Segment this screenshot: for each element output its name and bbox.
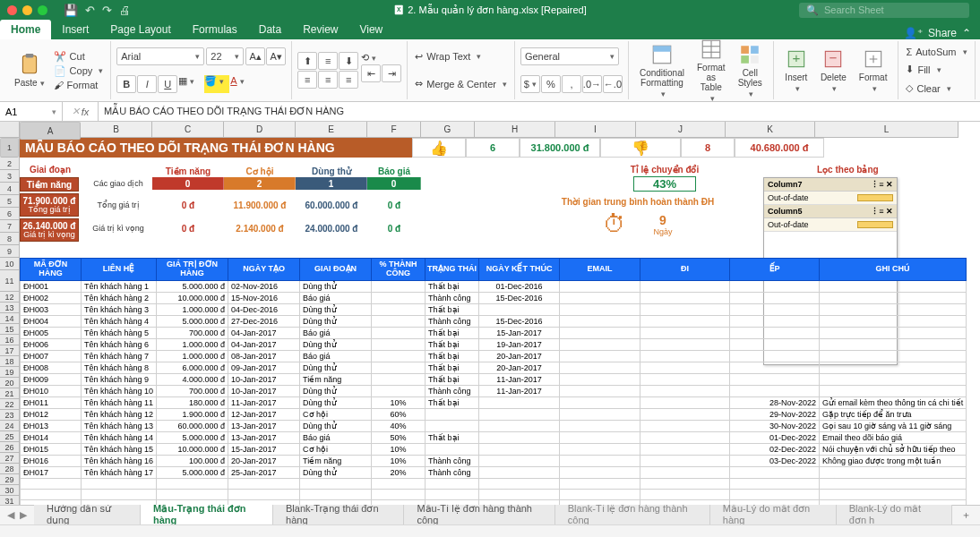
table-cell[interactable]: Thất bại	[426, 396, 479, 408]
row-header-14[interactable]: 14	[0, 313, 19, 324]
table-cell[interactable]: Gọi sau 10 giờ sáng và 11 giờ sáng	[820, 420, 967, 431]
row-header-10[interactable]: 10	[0, 258, 19, 270]
table-row[interactable]: ĐH005Tên khách hàng 5700.000 đ04-Jan-201…	[21, 327, 967, 338]
table-cell[interactable]	[560, 408, 640, 420]
column-header-K[interactable]: K	[726, 122, 815, 137]
table-cell[interactable]	[640, 373, 730, 385]
table-cell[interactable]: 10-Jan-2017	[228, 385, 300, 396]
table-row[interactable]: ĐH004Tên khách hàng 45.000.000 đ27-Dec-2…	[21, 315, 967, 327]
table-cell[interactable]: ĐH011	[21, 396, 82, 408]
table-row[interactable]: ĐH014Tên khách hàng 145.000.000 đ13-Jan-…	[21, 431, 967, 443]
column-header-I[interactable]: I	[555, 122, 636, 137]
table-cell[interactable]	[560, 385, 640, 396]
table-cell[interactable]	[372, 292, 426, 303]
increase-decimal-button[interactable]: .0→	[582, 75, 602, 93]
table-cell[interactable]: Thành công	[426, 385, 479, 396]
row-header-27[interactable]: 27	[0, 453, 19, 464]
table-cell[interactable]	[640, 327, 730, 338]
cell-styles-button[interactable]: Cell Styles	[733, 41, 768, 100]
table-cell[interactable]	[82, 499, 157, 505]
slicer-controls-icon-2[interactable]: ⋮≡ ✕	[871, 207, 893, 216]
table-cell[interactable]	[479, 420, 560, 431]
table-cell[interactable]	[479, 455, 560, 466]
bold-button[interactable]: B	[116, 75, 136, 93]
table-cell[interactable]: Email theo dõi báo giá	[820, 431, 967, 443]
table-cell[interactable]	[372, 315, 426, 327]
merge-center-button[interactable]: ⇔Merge & Center	[413, 77, 509, 90]
table-cell[interactable]	[820, 327, 967, 338]
table-cell[interactable]: Không giao được trong một tuần	[820, 455, 967, 466]
table-cell[interactable]	[479, 303, 560, 315]
share-button[interactable]: Share	[928, 27, 957, 39]
table-header[interactable]: MÃ ĐƠN HÀNG	[21, 259, 82, 281]
table-cell[interactable]	[300, 489, 372, 499]
table-cell[interactable]: ĐH007	[21, 350, 82, 362]
format-painter-button[interactable]: 🖌Format	[52, 79, 106, 91]
table-cell[interactable]	[640, 478, 730, 489]
table-cell[interactable]	[479, 499, 560, 505]
tab-home[interactable]: Home	[0, 20, 51, 39]
italic-button[interactable]: I	[137, 75, 157, 93]
decrease-decimal-button[interactable]: ←.0	[603, 75, 623, 93]
table-cell[interactable]: Báo giá	[300, 292, 372, 303]
row-header-18[interactable]: 18	[0, 356, 19, 367]
select-all-corner[interactable]	[0, 122, 20, 138]
table-cell[interactable]: ĐH010	[21, 385, 82, 396]
table-cell[interactable]	[640, 499, 730, 505]
paste-button[interactable]: Paste	[9, 51, 50, 90]
table-cell[interactable]	[730, 350, 820, 362]
row-header-1[interactable]: 1	[0, 138, 19, 158]
table-cell[interactable]	[560, 303, 640, 315]
table-cell[interactable]: Tên khách hàng 16	[82, 455, 157, 466]
table-cell[interactable]	[560, 396, 640, 408]
table-cell[interactable]	[21, 478, 82, 489]
table-cell[interactable]: 40%	[372, 420, 426, 431]
table-header[interactable]: ẾP	[730, 259, 820, 281]
table-cell[interactable]	[640, 362, 730, 373]
table-cell[interactable]	[372, 385, 426, 396]
font-color-button[interactable]: A	[230, 75, 255, 93]
table-row[interactable]: ĐH001Tên khách hàng 15.000.000 đ02-Nov-2…	[21, 280, 967, 292]
table-cell[interactable]	[426, 478, 479, 489]
table-cell[interactable]	[82, 478, 157, 489]
table-cell[interactable]	[640, 408, 730, 420]
table-cell[interactable]	[640, 350, 730, 362]
table-cell[interactable]: ĐH009	[21, 373, 82, 385]
undo-icon[interactable]: ↶	[85, 4, 95, 17]
table-cell[interactable]	[479, 489, 560, 499]
row-header-9[interactable]: 9	[0, 245, 19, 258]
format-as-table-button[interactable]: Format as Table	[692, 36, 731, 105]
table-cell[interactable]: Dùng thử	[300, 338, 372, 350]
row-header-8[interactable]: 8	[0, 233, 19, 245]
border-button[interactable]: ▦	[178, 75, 203, 93]
table-cell[interactable]	[560, 350, 640, 362]
row-header-4[interactable]: 4	[0, 183, 19, 195]
table-cell[interactable]	[820, 499, 967, 505]
autosum-button[interactable]: ΣAutoSum	[904, 46, 968, 58]
table-cell[interactable]: ĐH008	[21, 362, 82, 373]
table-cell[interactable]	[372, 327, 426, 338]
table-cell[interactable]	[730, 303, 820, 315]
table-row[interactable]	[21, 499, 967, 505]
table-header[interactable]: LIÊN HỆ	[82, 259, 157, 281]
save-icon[interactable]: 💾	[64, 4, 78, 17]
table-cell[interactable]	[640, 466, 730, 478]
table-cell[interactable]	[560, 466, 640, 478]
table-cell[interactable]: 1.900.000 đ	[157, 408, 228, 420]
row-header-5[interactable]: 5	[0, 195, 19, 208]
column-header-C[interactable]: C	[152, 122, 224, 137]
percent-button[interactable]: %	[541, 75, 561, 93]
table-row[interactable]: ĐH006Tên khách hàng 61.000.000 đ04-Jan-2…	[21, 338, 967, 350]
table-cell[interactable]	[560, 420, 640, 431]
table-cell[interactable]	[560, 362, 640, 373]
table-cell[interactable]: 10-Jan-2017	[228, 373, 300, 385]
align-bottom-button[interactable]: ⬇	[339, 52, 358, 70]
cut-button[interactable]: ✂️Cut	[52, 50, 106, 64]
table-cell[interactable]	[560, 338, 640, 350]
table-cell[interactable]: Thành công	[426, 292, 479, 303]
table-cell[interactable]: Báo giá	[300, 431, 372, 443]
fill-color-button[interactable]: 🪣	[204, 75, 229, 93]
table-cell[interactable]	[820, 338, 967, 350]
table-cell[interactable]: 10.000.000 đ	[157, 443, 228, 455]
table-cell[interactable]: 60.000.000 đ	[157, 420, 228, 431]
